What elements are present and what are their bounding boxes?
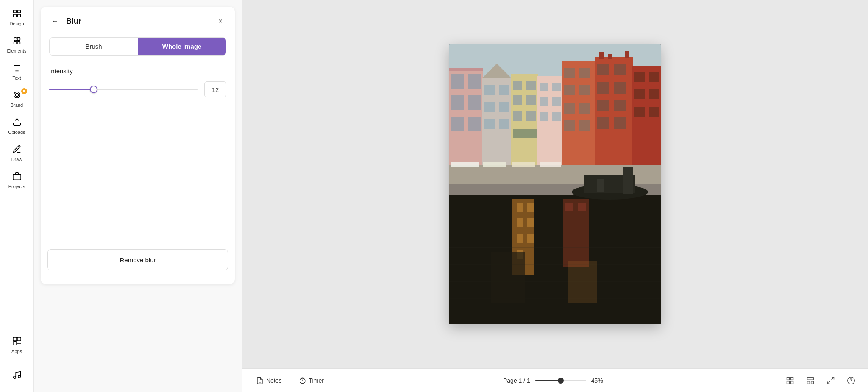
svg-rect-1: [17, 10, 20, 13]
svg-point-12: [15, 93, 18, 96]
notes-icon: [256, 377, 264, 384]
sidebar: Design Elements Text Brand Uploads Draw: [0, 0, 34, 392]
svg-rect-108: [491, 252, 525, 303]
svg-rect-47: [552, 83, 561, 91]
svg-rect-88: [517, 203, 523, 212]
uploads-icon: [11, 116, 23, 128]
bottom-right-controls: [783, 374, 858, 387]
sidebar-item-apps[interactable]: Apps: [2, 331, 32, 358]
intensity-slider[interactable]: [49, 85, 198, 94]
svg-rect-81: [451, 162, 479, 167]
svg-rect-44: [513, 129, 537, 138]
slider-thumb[interactable]: [90, 86, 97, 93]
svg-rect-116: [787, 381, 789, 384]
intensity-value[interactable]: 12: [204, 81, 226, 97]
sidebar-design-label: Design: [9, 21, 24, 26]
svg-line-122: [827, 381, 830, 384]
svg-rect-97: [578, 203, 586, 211]
svg-rect-71: [608, 54, 612, 59]
help-button[interactable]: [844, 374, 858, 387]
svg-rect-49: [552, 97, 561, 106]
sidebar-item-brand[interactable]: Brand: [2, 85, 32, 112]
timer-icon: [299, 377, 306, 384]
svg-rect-33: [499, 102, 509, 112]
svg-rect-100: [623, 167, 633, 194]
sidebar-item-elements[interactable]: Elements: [2, 31, 32, 58]
blur-panel: ← Blur × Brush Whole image Intensity 12 …: [41, 7, 235, 284]
svg-rect-96: [565, 203, 573, 211]
svg-rect-119: [807, 381, 810, 384]
sidebar-item-music[interactable]: [2, 361, 32, 389]
svg-rect-55: [564, 85, 575, 95]
svg-rect-58: [579, 103, 590, 114]
svg-rect-59: [564, 120, 575, 131]
svg-rect-91: [527, 218, 534, 227]
svg-rect-5: [17, 38, 19, 40]
panel-header: ← Blur ×: [49, 15, 226, 27]
svg-rect-26: [451, 117, 464, 131]
sidebar-item-text[interactable]: Text: [2, 58, 32, 85]
svg-rect-54: [579, 68, 590, 78]
timer-label: Timer: [309, 377, 324, 384]
zoom-percent: 45%: [591, 377, 608, 384]
svg-rect-118: [807, 377, 813, 380]
back-button[interactable]: ←: [49, 15, 61, 27]
apps-icon: [11, 335, 23, 347]
svg-point-4: [14, 38, 17, 41]
timer-button[interactable]: Timer: [295, 374, 328, 387]
svg-rect-101: [597, 179, 604, 192]
page-info: Page 1 / 1: [503, 377, 530, 384]
svg-rect-6: [14, 42, 16, 44]
grid-view-button[interactable]: [783, 374, 797, 387]
sidebar-item-draw[interactable]: Draw: [2, 139, 32, 166]
sidebar-uploads-label: Uploads: [8, 130, 25, 135]
svg-rect-67: [614, 100, 626, 111]
sidebar-item-design[interactable]: Design: [2, 3, 32, 31]
sidebar-item-uploads[interactable]: Uploads: [2, 112, 32, 139]
sidebar-projects-label: Projects: [8, 184, 25, 189]
draw-icon: [11, 143, 23, 155]
sidebar-item-projects[interactable]: Projects: [2, 166, 32, 193]
sidebar-draw-label: Draw: [11, 157, 22, 162]
svg-rect-68: [597, 117, 609, 129]
svg-rect-39: [526, 81, 536, 90]
svg-rect-48: [540, 97, 548, 106]
notes-button[interactable]: Notes: [252, 374, 286, 387]
zoom-fill: [535, 380, 561, 381]
svg-rect-46: [540, 83, 548, 91]
tab-group: Brush Whole image: [49, 37, 226, 56]
layout-view-button[interactable]: [804, 374, 817, 387]
svg-rect-43: [526, 111, 536, 121]
svg-rect-64: [597, 82, 609, 94]
bottom-center-controls: Page 1 / 1 45%: [503, 377, 608, 384]
svg-rect-0: [13, 10, 16, 13]
svg-rect-62: [597, 64, 609, 75]
tab-whole-image[interactable]: Whole image: [138, 38, 226, 55]
sidebar-text-label: Text: [12, 75, 21, 81]
music-icon: [11, 369, 23, 381]
canvas-content[interactable]: [242, 0, 868, 368]
svg-rect-53: [564, 68, 575, 78]
bottom-left-controls: Notes Timer: [252, 374, 328, 387]
remove-blur-button[interactable]: Remove blur: [47, 249, 228, 270]
close-button[interactable]: ×: [214, 15, 226, 27]
zoom-slider[interactable]: [535, 380, 586, 381]
svg-rect-109: [568, 261, 597, 303]
layout-view-icon: [806, 376, 815, 385]
svg-rect-42: [513, 111, 522, 121]
svg-rect-82: [483, 162, 506, 167]
svg-line-121: [832, 377, 834, 380]
panel-title: Blur: [66, 17, 209, 26]
tab-brush[interactable]: Brush: [50, 38, 138, 55]
svg-rect-31: [499, 85, 509, 95]
help-icon: [847, 376, 855, 385]
fullscreen-button[interactable]: [824, 374, 837, 387]
svg-rect-16: [17, 337, 20, 341]
svg-rect-34: [484, 119, 495, 129]
svg-rect-83: [512, 162, 535, 167]
svg-rect-22: [451, 74, 464, 89]
svg-rect-84: [540, 162, 561, 167]
zoom-thumb[interactable]: [558, 378, 564, 384]
svg-rect-51: [552, 112, 561, 121]
svg-rect-17: [13, 342, 16, 345]
